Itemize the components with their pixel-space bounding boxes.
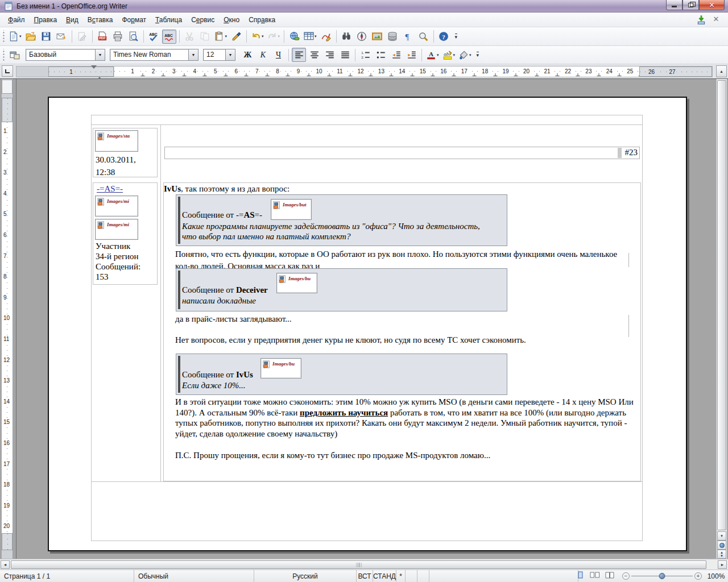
menu-item[interactable]: Вставка — [83, 14, 118, 26]
background-color-button[interactable]: ▾ — [457, 48, 473, 62]
toolbar-overflow-arrow[interactable]: ▾ — [455, 34, 458, 40]
menu-item[interactable]: Правка — [30, 14, 62, 26]
highlight-button[interactable]: ab▾ — [441, 48, 457, 62]
find-replace-button[interactable] — [340, 30, 354, 44]
horizontal-ruler[interactable]: 1 12345678910111213141516171819202122232… — [16, 66, 713, 77]
dropdown-arrow-icon[interactable]: ▾ — [315, 34, 317, 39]
document-page[interactable]: Images/sta 30.03.2011, 12:38 #23 -=AS=- … — [48, 97, 687, 551]
image-placeholder[interactable]: Images/bu — [276, 273, 317, 293]
zoom-in-button[interactable]: + — [694, 572, 702, 580]
print-button[interactable] — [111, 30, 125, 44]
scroll-right-button[interactable]: ► — [718, 560, 727, 569]
navigator-button[interactable] — [355, 30, 369, 44]
toolbar-grip[interactable] — [1, 49, 5, 61]
export-pdf-button[interactable]: PDF — [96, 30, 110, 44]
dropdown-arrow-icon[interactable]: ▾ — [469, 53, 471, 57]
new-document-button[interactable]: ▾ — [7, 30, 23, 44]
dropdown-arrow-icon[interactable]: ▾ — [437, 53, 439, 57]
menu-item[interactable]: Файл — [3, 14, 30, 26]
page-preview-button[interactable] — [126, 30, 140, 44]
vertical-scrollbar-thumb[interactable] — [717, 80, 726, 530]
undo-button[interactable]: ▾ — [250, 30, 265, 44]
data-sources-button[interactable] — [386, 30, 400, 44]
formatting-marks-button[interactable]: ¶ — [401, 30, 415, 44]
tab-stop-selector[interactable] — [2, 65, 13, 77]
layout-single-button[interactable] — [573, 571, 587, 581]
dropdown-arrow-icon[interactable]: ▾ — [225, 34, 228, 39]
scroll-down-button[interactable]: ▼ — [717, 531, 726, 541]
bold-button[interactable]: Ж — [241, 48, 255, 62]
status-zoom-level[interactable]: 100% — [704, 570, 728, 582]
italic-button[interactable]: К — [256, 48, 270, 62]
save-button[interactable] — [39, 30, 53, 44]
zoom-button[interactable] — [416, 30, 431, 44]
gallery-button[interactable] — [370, 30, 384, 44]
minimize-button[interactable] — [666, 0, 682, 10]
status-selection-mode[interactable]: СТАНД — [373, 570, 396, 582]
combo-dropdown-icon[interactable]: ▼ — [225, 49, 235, 60]
scroll-up-button[interactable]: ▲ — [716, 65, 727, 77]
toolbar-grip[interactable] — [1, 30, 5, 43]
align-justify-button[interactable] — [338, 48, 352, 62]
dropdown-arrow-icon[interactable]: ▾ — [262, 34, 264, 39]
underline-button[interactable]: Ч — [271, 48, 286, 62]
update-available-icon[interactable] — [696, 15, 706, 25]
navigation-button[interactable] — [717, 541, 726, 550]
increase-indent-button[interactable] — [404, 48, 419, 62]
vertical-ruler[interactable]: 1234567891011121314151617181920 — [2, 79, 13, 559]
layout-book-button[interactable] — [603, 571, 617, 581]
image-placeholder[interactable]: Images/but — [271, 199, 312, 220]
zoom-out-button[interactable]: − — [622, 572, 630, 580]
image-placeholder[interactable]: Images/bu — [260, 358, 301, 379]
menu-item[interactable]: Формат — [117, 14, 151, 26]
help-button[interactable]: ? — [437, 30, 451, 44]
status-insert-mode[interactable]: ВСТ — [357, 570, 373, 582]
hyperlink-button[interactable] — [287, 30, 301, 44]
restore-button[interactable] — [682, 0, 699, 10]
bullet-list-button[interactable] — [374, 48, 388, 62]
scroll-left-button[interactable]: ◄ — [1, 560, 10, 569]
align-right-button[interactable] — [322, 48, 337, 62]
menu-item[interactable]: Сервис — [187, 14, 219, 26]
toolbar-overflow-arrow[interactable]: ▾ — [477, 52, 479, 58]
align-left-button[interactable] — [292, 48, 306, 62]
auto-spellcheck-button[interactable]: ABC — [162, 30, 176, 44]
horizontal-scrollbar[interactable]: ◄ ► — [0, 559, 728, 569]
open-button[interactable] — [24, 30, 38, 44]
vertical-scrollbar[interactable]: ▼ ▲▼ — [716, 79, 727, 559]
numbered-list-button[interactable]: 1.2. — [358, 48, 373, 62]
menu-item[interactable]: Вид — [61, 14, 83, 26]
font-color-button[interactable]: А▾ — [425, 48, 440, 62]
menu-item[interactable]: Окно — [219, 14, 244, 26]
spellcheck-button[interactable]: ABC — [147, 30, 161, 44]
dropdown-arrow-icon[interactable]: ▾ — [278, 34, 280, 39]
paste-button[interactable]: ▾ — [213, 30, 229, 44]
layout-multi-button[interactable] — [588, 571, 602, 581]
image-placeholder[interactable]: Images/mi — [95, 219, 138, 240]
decrease-indent-button[interactable] — [389, 48, 403, 62]
dropdown-arrow-icon[interactable]: ▾ — [453, 53, 456, 57]
email-button[interactable] — [55, 30, 69, 44]
zoom-slider[interactable]: − + — [622, 571, 702, 581]
font-name-combo[interactable]: Times New Roman ▼ — [110, 49, 198, 61]
user-name-link[interactable]: -=AS=- — [97, 184, 123, 194]
paragraph-style-combo[interactable]: Базовый ▼ — [26, 49, 105, 61]
status-page-style[interactable]: Обычный — [134, 570, 254, 582]
close-button[interactable]: ✕ — [699, 0, 725, 10]
menu-item[interactable]: Справка — [244, 14, 280, 26]
dropdown-arrow-icon[interactable]: ▾ — [19, 34, 22, 39]
styles-panel-button[interactable] — [7, 48, 22, 62]
horizontal-scrollbar-thumb[interactable] — [11, 560, 706, 569]
table-button[interactable]: ▾ — [303, 30, 318, 44]
clone-formatting-button[interactable] — [229, 30, 243, 44]
zoom-thumb[interactable] — [659, 573, 665, 579]
combo-dropdown-icon[interactable]: ▼ — [188, 49, 198, 60]
image-placeholder[interactable]: Images/mi — [95, 196, 138, 217]
status-language[interactable]: Русский — [254, 570, 357, 582]
font-size-combo[interactable]: 12 ▼ — [203, 49, 235, 61]
image-placeholder[interactable]: Images/sta — [95, 130, 138, 152]
menu-item[interactable]: Таблица — [151, 14, 187, 26]
draw-functions-button[interactable] — [319, 30, 333, 44]
combo-dropdown-icon[interactable]: ▼ — [95, 49, 105, 60]
align-center-button[interactable] — [307, 48, 321, 62]
